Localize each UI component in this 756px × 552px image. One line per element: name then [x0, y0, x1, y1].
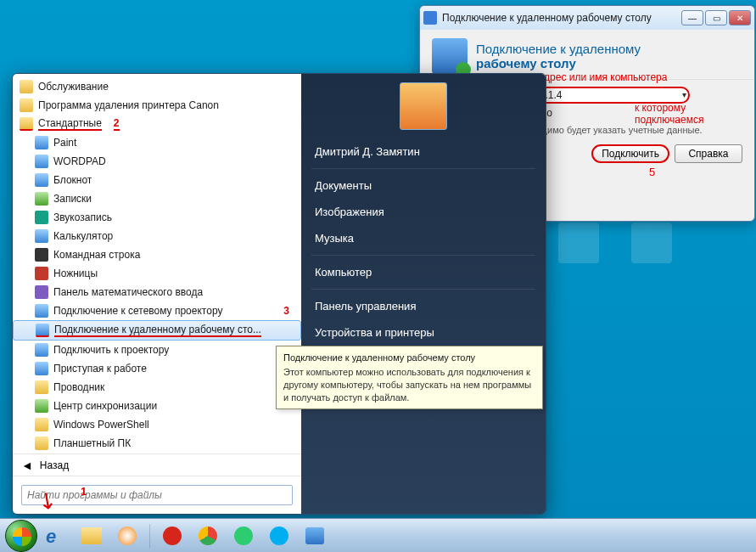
green-icon — [35, 399, 48, 413]
folder-icon — [35, 418, 48, 431]
program-label: Обслуживание — [38, 81, 109, 93]
program-item[interactable]: Звукозапись — [13, 208, 301, 227]
annotation-target-text: к которому подключаемся — [635, 102, 756, 126]
app-icon — [35, 343, 48, 357]
program-item[interactable]: Подключить к проектору — [13, 341, 301, 359]
program-item[interactable]: Подключение к сетевому проектору3 — [13, 301, 301, 320]
annotation-1-number: 1 — [81, 485, 87, 498]
program-label: WORDPAD — [53, 155, 106, 167]
places-item[interactable]: Компьютер — [301, 259, 546, 285]
places-item[interactable]: Изображения — [301, 199, 546, 225]
places-item[interactable]: Устройства и принтеры — [301, 319, 546, 346]
folder-icon — [20, 99, 33, 112]
app-icon — [35, 229, 48, 243]
annotation-3-number: 3 — [283, 305, 289, 317]
green-icon — [35, 192, 48, 206]
program-label: Планшетный ПК — [53, 437, 131, 449]
start-menu: ОбслуживаниеПрограмма удаления принтера … — [12, 73, 546, 515]
rdc-title-icon — [423, 11, 437, 25]
program-item[interactable]: Windows PowerShell — [13, 415, 301, 434]
program-item[interactable]: Калькулятор — [13, 227, 301, 245]
start-orb[interactable] — [5, 520, 37, 552]
program-label: Программа удаления принтера Canon — [38, 99, 219, 111]
app-icon — [35, 155, 48, 168]
program-item[interactable]: Ножницы — [13, 264, 301, 283]
program-label: Блокнот — [53, 174, 92, 186]
program-label: Звукозапись — [53, 211, 112, 223]
app-icon — [35, 173, 48, 187]
user-name[interactable]: Дмитрий Д. Замятин — [301, 138, 546, 165]
program-item[interactable]: Подключение к удаленному рабочему сто... — [13, 320, 301, 341]
teal-icon — [35, 211, 48, 224]
close-button[interactable]: ✕ — [729, 10, 751, 25]
rdc-titlebar[interactable]: Подключение к удаленному рабочему столу … — [420, 6, 754, 30]
program-item[interactable]: Панель математического ввода — [13, 283, 301, 301]
taskbar-ie[interactable]: e — [39, 523, 73, 549]
program-item[interactable]: Программа удаления принтера Canon — [13, 96, 301, 115]
program-label: Калькулятор — [53, 230, 113, 242]
program-label: Проводник — [53, 381, 104, 393]
program-label: Приступая к работе — [53, 363, 147, 375]
start-menu-right: Дмитрий Д. ЗамятинДокументыИзображенияМу… — [301, 74, 546, 514]
back-button[interactable]: ◄ Назад — [13, 453, 301, 476]
program-label: Центр синхронизации — [53, 400, 157, 412]
connect-button[interactable]: Подключить — [591, 144, 669, 163]
program-label: Paint — [53, 137, 76, 149]
user-avatar[interactable] — [400, 82, 447, 130]
taskbar-explorer[interactable] — [75, 523, 109, 549]
program-label: Записки — [53, 193, 92, 205]
program-item[interactable]: Блокнот — [13, 171, 301, 189]
folder-icon — [20, 117, 33, 131]
program-item[interactable]: WORDPAD — [13, 152, 301, 171]
program-list[interactable]: ОбслуживаниеПрограмма удаления принтера … — [13, 74, 301, 453]
taskbar: e — [0, 518, 756, 552]
program-item[interactable]: Командная строка — [13, 245, 301, 264]
program-item[interactable]: Paint — [13, 133, 301, 152]
program-item[interactable]: Обслуживание — [13, 77, 301, 96]
app-icon — [35, 136, 48, 149]
minimize-button[interactable]: — — [681, 10, 703, 25]
app-icon — [36, 324, 49, 337]
program-item[interactable]: Записки — [13, 189, 301, 208]
rdc-heading: Подключение к удаленному рабочему столу — [476, 42, 641, 71]
places-item[interactable]: Панель управления — [301, 293, 546, 319]
program-label: Командная строка — [53, 249, 140, 261]
places-item[interactable]: Музыка — [301, 225, 546, 251]
taskbar-chrome[interactable] — [191, 523, 225, 549]
taskbar-separator — [149, 524, 150, 548]
places-item[interactable]: Документы — [301, 172, 546, 199]
app-icon — [35, 362, 48, 375]
chevron-down-icon[interactable]: ▾ — [682, 90, 686, 99]
annotation-5-number: 5 — [649, 166, 655, 178]
maximize-button[interactable]: ▭ — [705, 10, 727, 25]
help-button[interactable]: Справка — [675, 144, 742, 163]
rdc-big-icon — [432, 38, 468, 74]
program-label: Подключение к сетевому проектору — [53, 305, 222, 317]
program-label: Windows PowerShell — [53, 419, 149, 431]
program-item[interactable]: Планшетный ПК — [13, 434, 301, 453]
program-item[interactable]: Центр синхронизации — [13, 397, 301, 415]
back-arrow-icon: ◄ — [21, 459, 33, 472]
start-menu-left: ОбслуживаниеПрограмма удаления принтера … — [13, 74, 301, 514]
program-label: Ножницы — [53, 268, 98, 279]
rdc-title: Подключение к удаленному рабочему столу — [442, 12, 652, 24]
program-item[interactable]: Проводник — [13, 378, 301, 397]
program-label: Подключить к проектору — [53, 344, 169, 356]
program-label: Подключение к удаленному рабочему сто... — [54, 324, 261, 337]
folder-icon — [20, 80, 33, 93]
divider — [311, 255, 535, 256]
taskbar-media-player[interactable] — [110, 523, 144, 549]
app-icon — [35, 304, 48, 318]
tooltip-title: Подключение к удаленному рабочему столу — [283, 352, 535, 364]
dark-icon — [35, 248, 48, 262]
places-list: Дмитрий Д. ЗамятинДокументыИзображенияМу… — [301, 138, 546, 346]
taskbar-mail[interactable] — [227, 523, 260, 549]
red-icon — [35, 267, 48, 280]
program-item[interactable]: Стандартные2 — [13, 115, 301, 133]
taskbar-skype[interactable] — [262, 523, 296, 549]
taskbar-opera[interactable] — [155, 523, 189, 549]
taskbar-rdc[interactable] — [298, 523, 332, 549]
program-item[interactable]: Приступая к работе — [13, 359, 301, 378]
folder-icon — [35, 437, 48, 450]
program-label: Панель математического ввода — [53, 286, 203, 298]
